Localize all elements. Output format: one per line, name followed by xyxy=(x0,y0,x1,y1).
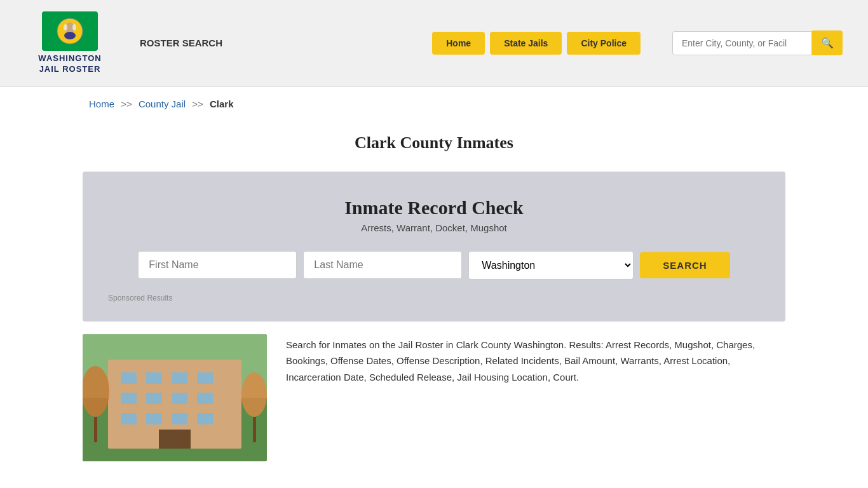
svg-rect-16 xyxy=(146,393,162,404)
svg-rect-13 xyxy=(172,372,187,384)
state-select[interactable]: Washington Alabama Alaska Arizona Califo… xyxy=(468,251,634,280)
record-check-box: Inmate Record Check Arrests, Warrant, Do… xyxy=(83,172,785,322)
svg-rect-17 xyxy=(172,393,187,404)
svg-rect-20 xyxy=(146,413,162,424)
svg-point-7 xyxy=(72,24,76,30)
page-title-area: Clark County Inmates xyxy=(0,121,868,159)
record-check-subtitle: Arrests, Warrant, Docket, Mugshot xyxy=(108,222,760,233)
breadcrumb: Home >> County Jail >> Clark xyxy=(0,87,868,121)
search-icon: 🔍 xyxy=(821,37,834,48)
header-search-bar: 🔍 xyxy=(672,30,843,55)
bottom-content: Search for Inmates on the Jail Roster in… xyxy=(83,334,785,461)
site-header: WASHINGTON JAIL ROSTER ROSTER SEARCH Hom… xyxy=(0,0,868,87)
svg-point-25 xyxy=(241,372,267,417)
svg-rect-27 xyxy=(253,417,256,442)
svg-rect-14 xyxy=(197,372,213,384)
svg-rect-12 xyxy=(146,372,162,384)
nav-city-police-button[interactable]: City Police xyxy=(567,32,641,55)
wa-flag-icon xyxy=(42,11,98,51)
svg-point-24 xyxy=(83,366,109,417)
nav-home-button[interactable]: Home xyxy=(432,32,485,55)
roster-search-label: ROSTER SEARCH xyxy=(140,37,222,48)
site-logo-title: WASHINGTON JAIL ROSTER xyxy=(38,53,101,75)
svg-rect-26 xyxy=(94,417,97,442)
svg-rect-11 xyxy=(121,372,137,384)
sponsored-label: Sponsored Results xyxy=(108,294,760,302)
svg-rect-15 xyxy=(121,393,137,404)
breadcrumb-sep1: >> xyxy=(121,98,132,109)
svg-rect-21 xyxy=(172,413,187,424)
inmate-search-row: Washington Alabama Alaska Arizona Califo… xyxy=(108,251,760,280)
svg-rect-18 xyxy=(197,393,213,404)
first-name-input[interactable] xyxy=(138,251,297,279)
logo-area: WASHINGTON JAIL ROSTER xyxy=(25,11,114,75)
svg-rect-22 xyxy=(197,413,213,424)
breadcrumb-sep2: >> xyxy=(192,98,203,109)
last-name-input[interactable] xyxy=(303,251,462,279)
building-svg xyxy=(83,334,267,461)
svg-point-4 xyxy=(64,32,76,39)
main-nav: Home State Jails City Police xyxy=(432,32,641,55)
description-text: Search for Inmates on the Jail Roster in… xyxy=(286,334,785,386)
nav-state-jails-button[interactable]: State Jails xyxy=(490,32,562,55)
header-search-button[interactable]: 🔍 xyxy=(812,30,843,55)
breadcrumb-current: Clark xyxy=(210,98,234,109)
jail-building-image xyxy=(83,334,267,461)
svg-point-5 xyxy=(67,23,73,28)
svg-rect-23 xyxy=(159,430,191,449)
header-search-input[interactable] xyxy=(672,31,812,55)
svg-rect-19 xyxy=(121,413,137,424)
breadcrumb-county-jail-link[interactable]: County Jail xyxy=(139,98,186,109)
page-title: Clark County Inmates xyxy=(0,133,868,152)
inmate-search-button[interactable]: SEARCH xyxy=(640,252,729,278)
breadcrumb-home-link[interactable]: Home xyxy=(89,98,114,109)
svg-point-6 xyxy=(64,24,67,30)
record-check-title: Inmate Record Check xyxy=(108,197,760,219)
